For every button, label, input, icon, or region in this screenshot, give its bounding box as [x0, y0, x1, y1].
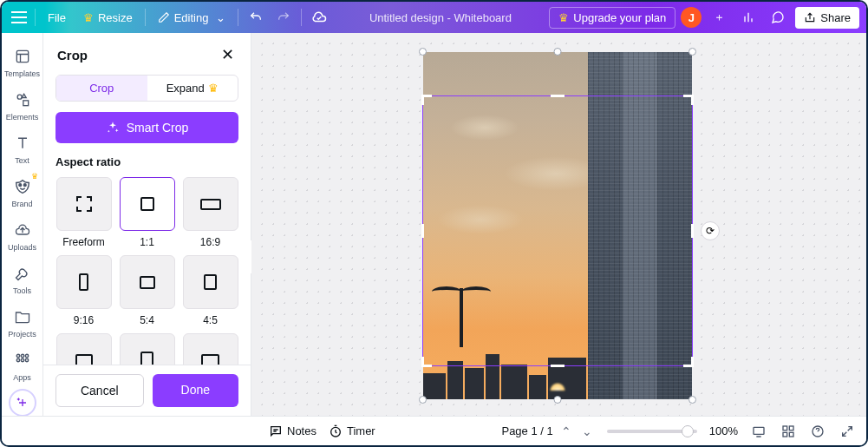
fit-screen-button[interactable]: [750, 423, 767, 440]
page-down-button[interactable]: ⌄: [579, 424, 595, 439]
ratio-swatch: [120, 255, 175, 309]
rail-item-label: Apps: [13, 373, 31, 382]
svg-rect-12: [754, 427, 764, 434]
cancel-button[interactable]: Cancel: [55, 374, 144, 407]
crop-frame[interactable]: ⟳: [422, 95, 693, 366]
aspect-ratio-grid: Freeform1:116:99:165:44:54:33:43:2: [55, 177, 238, 365]
page-navigator: Page 1 / 1 ⌃ ⌄: [501, 424, 594, 439]
rail-item-projects[interactable]: Projects: [2, 300, 43, 344]
ratio-4-3[interactable]: 4:3: [55, 333, 112, 365]
ratio-label: 4:5: [203, 314, 218, 326]
menu-button[interactable]: [9, 7, 29, 28]
tab-expand[interactable]: Expand♛: [147, 76, 238, 101]
svg-rect-15: [783, 432, 787, 437]
rotate-icon: ⟳: [706, 225, 715, 237]
undo-button[interactable]: [244, 5, 268, 30]
smart-crop-button[interactable]: Smart Crop: [55, 112, 238, 143]
file-menu[interactable]: File: [41, 8, 73, 28]
panel-scroll[interactable]: Crop Expand♛ Smart Crop Aspect ratio Fre…: [43, 68, 251, 365]
ratio-freeform[interactable]: Freeform: [55, 177, 112, 248]
help-button[interactable]: [809, 423, 826, 440]
rail-item-elements[interactable]: Elements: [2, 83, 43, 127]
svg-rect-13: [783, 426, 787, 431]
grid-view-button[interactable]: [780, 423, 797, 440]
left-rail: TemplatesElementsText♛BrandUploadsToolsP…: [2, 33, 43, 416]
rail-item-apps[interactable]: Apps: [2, 344, 43, 387]
user-avatar[interactable]: J: [681, 7, 702, 28]
crop-edge[interactable]: [691, 224, 694, 238]
crown-icon: ♛: [31, 172, 38, 181]
rotate-button[interactable]: ⟳: [701, 221, 720, 240]
rail-item-text[interactable]: Text: [2, 127, 43, 170]
undo-icon: [249, 10, 263, 24]
resize-button[interactable]: ♛ Resize: [76, 8, 140, 28]
svg-point-7: [25, 354, 28, 357]
rail-item-templates[interactable]: Templates: [2, 40, 43, 83]
rail-item-tools[interactable]: Tools: [2, 257, 43, 300]
crop-corner[interactable]: [421, 357, 432, 367]
templates-icon: [13, 47, 32, 66]
top-toolbar: File ♛ Resize Editing ⌄ Untitled design …: [2, 2, 866, 33]
elements-icon: [13, 90, 32, 109]
ratio-shape-icon: [204, 274, 217, 290]
notes-button[interactable]: Notes: [269, 424, 317, 438]
crop-corner[interactable]: [421, 95, 432, 105]
svg-rect-14: [789, 426, 793, 431]
help-icon: [811, 424, 825, 438]
add-member-button[interactable]: ＋: [707, 5, 731, 30]
done-button[interactable]: Done: [153, 374, 239, 407]
timer-button[interactable]: Timer: [329, 424, 375, 438]
panel-close-button[interactable]: ✕: [218, 45, 237, 64]
separator: [301, 9, 302, 26]
svg-rect-2: [23, 101, 28, 106]
crown-icon: ♛: [558, 11, 569, 24]
crop-corner[interactable]: [683, 357, 694, 367]
crop-corner[interactable]: [683, 95, 694, 105]
fullscreen-button[interactable]: [839, 423, 856, 440]
chart-icon: [741, 10, 755, 24]
quick-actions-button[interactable]: [9, 389, 36, 417]
rail-item-uploads[interactable]: Uploads: [2, 214, 43, 257]
ratio-shape-icon: [140, 276, 155, 289]
chat-icon: [771, 10, 785, 24]
tab-expand-label: Expand: [166, 82, 205, 95]
crop-expand-tabs: Crop Expand♛: [55, 75, 238, 102]
zoom-slider[interactable]: [607, 430, 697, 433]
top-right-cluster: ♛ Upgrade your plan J ＋ Share: [549, 5, 859, 30]
pencil-icon: [158, 11, 170, 23]
separator: [145, 9, 146, 26]
document-title-area[interactable]: Untitled design - Whiteboard: [335, 11, 545, 24]
ratio-swatch: [183, 333, 238, 365]
ratio-3-2[interactable]: 3:2: [182, 333, 238, 365]
editing-mode-button[interactable]: Editing ⌄: [151, 8, 233, 28]
upgrade-button[interactable]: ♛ Upgrade your plan: [549, 7, 675, 29]
cloud-sync-button[interactable]: [307, 5, 331, 30]
ratio-swatch: [183, 255, 238, 309]
analytics-button[interactable]: [736, 5, 760, 30]
close-icon: ✕: [221, 45, 234, 64]
panel-footer: Cancel Done: [43, 365, 251, 416]
ratio-swatch: [56, 333, 112, 365]
ratio-16-9[interactable]: 16:9: [182, 177, 238, 248]
ratio-5-4[interactable]: 5:4: [119, 255, 175, 326]
bottom-left-cluster: Notes Timer: [269, 424, 375, 438]
brand-icon: [13, 177, 32, 196]
ratio-9-16[interactable]: 9:16: [55, 255, 112, 326]
tab-crop-label: Crop: [89, 82, 114, 95]
comments-button[interactable]: [766, 5, 790, 30]
rail-item-brand[interactable]: ♛Brand: [2, 170, 43, 214]
ratio-1-1[interactable]: 1:1: [119, 177, 175, 248]
page-up-button[interactable]: ⌃: [558, 424, 574, 439]
redo-button[interactable]: [271, 5, 296, 30]
rail-item-label: Uploads: [8, 243, 36, 252]
ratio-4-5[interactable]: 4:5: [182, 255, 238, 326]
crop-edge[interactable]: [421, 224, 424, 238]
ratio-3-4[interactable]: 3:4: [119, 333, 175, 365]
grid-icon: [781, 424, 795, 438]
canvas[interactable]: ⟳: [251, 33, 866, 416]
crop-edge[interactable]: [551, 95, 565, 97]
tab-crop[interactable]: Crop: [56, 76, 147, 101]
rail-item-label: Tools: [13, 286, 31, 295]
share-button[interactable]: Share: [795, 7, 859, 29]
crop-edge[interactable]: [551, 365, 565, 367]
